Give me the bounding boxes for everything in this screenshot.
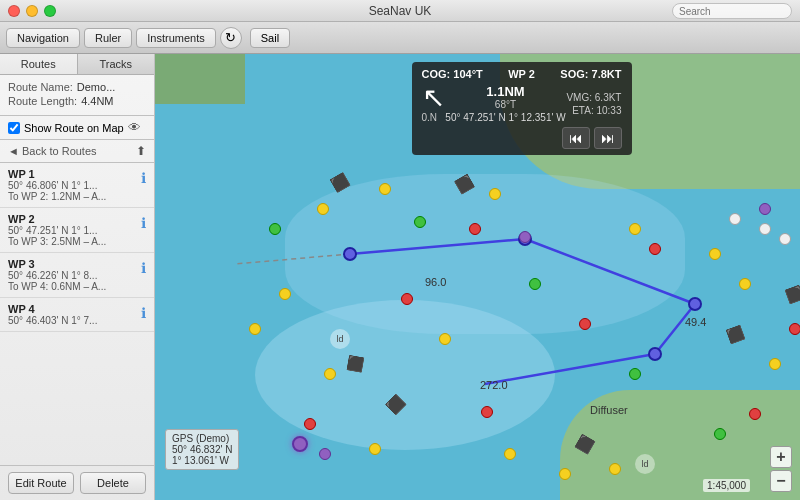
nav-info-box: COG: 104°T WP 2 SOG: 7.8KT ↖ 0.N 1 [412, 62, 632, 155]
zoom-controls: + − [770, 446, 792, 492]
buoy-yellow-15[interactable] [629, 223, 641, 235]
info-icon-4[interactable]: ℹ [141, 305, 146, 321]
depth-label-2: ld [635, 454, 655, 474]
buoy-yellow-10[interactable] [709, 248, 721, 260]
gps-lat: 50° 46.832' N [172, 444, 232, 455]
search-input[interactable] [672, 3, 792, 19]
route-info: Route Name: Demo... Route Length: 4.4NM [0, 75, 154, 116]
wp3-circle [688, 297, 702, 311]
info-icon-2[interactable]: ℹ [141, 215, 146, 231]
marker-red-3[interactable] [579, 318, 591, 330]
tab-routes[interactable]: Routes [0, 54, 78, 74]
waypoint-item-2[interactable]: WP 2 50° 47.251' N 1° 1... To WP 3: 2.5N… [0, 208, 154, 253]
marker-green-4[interactable] [714, 428, 726, 440]
map-canvas: 96.0 49.4 272.0 Diffuser [155, 54, 800, 500]
sidebar: Routes Tracks Route Name: Demo... Route … [0, 54, 155, 500]
buoy-yellow-11[interactable] [739, 278, 751, 290]
nav-skip-end-button[interactable]: ⏭ [594, 127, 622, 149]
buoy-yellow-1[interactable] [317, 203, 329, 215]
marker-red-1[interactable] [401, 293, 413, 305]
route-length-value: 4.4NM [81, 95, 113, 107]
route-length-label: Route Length: [8, 95, 77, 107]
marker-green-2[interactable] [414, 216, 426, 228]
marker-white-2[interactable] [759, 223, 771, 235]
marker-red-7[interactable] [749, 408, 761, 420]
vessel-3[interactable]: ⬛ [345, 355, 365, 374]
marker-red-6[interactable] [649, 243, 661, 255]
info-icon-1[interactable]: ℹ [141, 170, 146, 186]
share-icon[interactable]: ⬆ [136, 144, 146, 158]
refresh-button[interactable]: ↻ [220, 27, 242, 49]
maximize-button[interactable] [44, 5, 56, 17]
tab-tracks[interactable]: Tracks [78, 54, 155, 74]
edit-route-button[interactable]: Edit Route [8, 472, 74, 494]
delete-button[interactable]: Delete [80, 472, 146, 494]
buoy-yellow-7[interactable] [504, 448, 516, 460]
vessel-6[interactable]: ⬛ [724, 324, 745, 345]
sog-display: SOG: 7.8KT [560, 68, 621, 80]
nav-skip-start-button[interactable]: ⏮ [562, 127, 590, 149]
buoy-yellow-14[interactable] [279, 288, 291, 300]
buoy-yellow-13[interactable] [249, 323, 261, 335]
back-routes-button[interactable]: ◄ Back to Routes ⬆ [0, 140, 154, 163]
buoy-yellow-4[interactable] [439, 333, 451, 345]
nav-bearing: 68°T [445, 99, 565, 110]
buoy-yellow-6[interactable] [369, 443, 381, 455]
marker-white-3[interactable] [779, 233, 791, 245]
buoy-yellow-12[interactable] [769, 358, 781, 370]
marker-purple-3[interactable] [319, 448, 331, 460]
waypoint-item-1[interactable]: WP 1 50° 46.806' N 1° 1... To WP 2: 1.2N… [0, 163, 154, 208]
route-label-diffuser: Diffuser [590, 404, 628, 416]
back-routes-label: ◄ Back to Routes [8, 145, 97, 157]
waypoint-item-3[interactable]: WP 3 50° 46.226' N 1° 8... To WP 4: 0.6N… [0, 253, 154, 298]
eta-display: ETA: 10:33 [566, 105, 621, 116]
marker-purple-1[interactable] [519, 231, 531, 243]
minimize-button[interactable] [26, 5, 38, 17]
marker-red-8[interactable] [789, 323, 800, 335]
marker-green-5[interactable] [269, 223, 281, 235]
nav-speed: 0.N [422, 112, 445, 123]
zoom-in-button[interactable]: + [770, 446, 792, 468]
gps-info: GPS (Demo) 50° 46.832' N 1° 13.061' W [165, 429, 239, 470]
vmg-display: VMG: 6.3KT [566, 92, 621, 103]
buoy-yellow-9[interactable] [609, 463, 621, 475]
marker-purple-2[interactable] [759, 203, 771, 215]
main-area: Routes Tracks Route Name: Demo... Route … [0, 54, 800, 500]
marker-green-1[interactable] [529, 278, 541, 290]
titlebar: SeaNav UK [0, 0, 800, 22]
window-title: SeaNav UK [369, 4, 432, 18]
show-route-label: Show Route on Map [24, 122, 124, 134]
sidebar-bottom: Edit Route Delete [0, 465, 154, 500]
sail-button[interactable]: Sail [250, 28, 290, 48]
waypoint-item-4[interactable]: WP 4 50° 46.403' N 1° 7... ℹ [0, 298, 154, 332]
close-button[interactable] [8, 5, 20, 17]
wp1-circle [343, 247, 357, 261]
navigation-button[interactable]: Navigation [6, 28, 80, 48]
depth-label-1: ld [330, 329, 350, 349]
instruments-button[interactable]: Instruments [136, 28, 215, 48]
ruler-button[interactable]: Ruler [84, 28, 132, 48]
zoom-out-button[interactable]: − [770, 470, 792, 492]
map-area[interactable]: 96.0 49.4 272.0 Diffuser [155, 54, 800, 500]
vessel-7[interactable]: ⬛ [785, 283, 800, 304]
scale-bar: 1:45,000 [703, 479, 750, 492]
marker-green-3[interactable] [629, 368, 641, 380]
route-label-272: 272.0 [480, 379, 508, 391]
sidebar-tabs: Routes Tracks [0, 54, 154, 75]
nav-distance: 1.1NM [445, 84, 565, 99]
marker-white-1[interactable] [729, 213, 741, 225]
info-icon-3[interactable]: ℹ [141, 260, 146, 276]
marker-red-4[interactable] [304, 418, 316, 430]
marker-red-5[interactable] [481, 406, 493, 418]
buoy-yellow-3[interactable] [489, 188, 501, 200]
marker-red-2[interactable] [469, 223, 481, 235]
cog-display: COG: 104°T [422, 68, 483, 80]
toolbar: Navigation Ruler Instruments ↻ Sail [0, 22, 800, 54]
buoy-yellow-5[interactable] [324, 368, 336, 380]
nav-coords: 50° 47.251' N 1° 12.351' W [445, 112, 565, 123]
buoy-yellow-8[interactable] [559, 468, 571, 480]
buoy-yellow-2[interactable] [379, 183, 391, 195]
eye-icon[interactable]: 👁 [128, 120, 141, 135]
route-name-value: Demo... [77, 81, 116, 93]
show-route-checkbox[interactable] [8, 122, 20, 134]
